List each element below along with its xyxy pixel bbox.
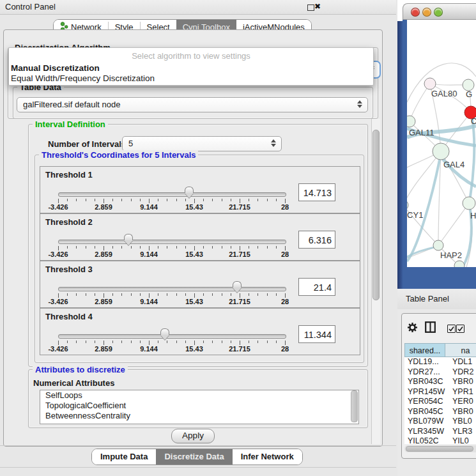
slider-scale-label: 28 (281, 298, 289, 305)
slider-tick (131, 341, 132, 343)
table-horizontal-scrollbar[interactable] (404, 445, 476, 452)
table-row[interactable]: YIL052CYIL0 (404, 436, 476, 444)
network-window-titlebar[interactable] (403, 3, 476, 20)
slider-scale-labels: -3.4262.8599.14415.4321.71528 (49, 250, 295, 258)
network-edge[interactable] (410, 84, 430, 121)
slider-tick (222, 293, 222, 296)
attribute-item[interactable]: TopologicalCoefficient (40, 401, 358, 411)
checkbox-icon[interactable] (447, 325, 456, 333)
slider-scale-label: 2.859 (95, 345, 112, 353)
slider-track[interactable] (58, 240, 286, 244)
column-header-name[interactable]: na (445, 343, 476, 357)
slider-track[interactable] (58, 287, 286, 291)
apply-button[interactable]: Apply (171, 429, 215, 443)
spinner-down-icon[interactable] (271, 144, 276, 147)
slider-tick (76, 246, 77, 249)
table-row[interactable]: YDR27...YDR2 (404, 367, 476, 378)
column-header-shared-name[interactable]: shared... (404, 343, 445, 357)
table-row[interactable]: YBR043CYBR0 (404, 377, 476, 387)
table-row[interactable]: YBL079WYBL0 (404, 417, 476, 427)
slider-tick (158, 293, 158, 296)
threshold-value-field[interactable]: 6.316 (298, 231, 335, 249)
network-edge[interactable] (438, 203, 469, 245)
slider-scale-label: 9.144 (140, 345, 158, 353)
table-data-combobox[interactable]: galFiltered.sif default node (17, 97, 368, 112)
slider-tick (76, 199, 77, 201)
gear-icon[interactable] (407, 322, 418, 335)
network-node-H[interactable] (463, 197, 475, 210)
numerical-attributes-list[interactable]: SelfLoopsTopologicalCoefficientBetweenne… (40, 390, 359, 424)
slider-tick (67, 199, 68, 201)
slider-scale-label: 15.43 (185, 298, 203, 305)
network-view-canvas[interactable]: GAL80GCGAL11GAL4GCY1HHAP2 (407, 20, 476, 267)
table-row[interactable]: YDL19...YDL1 (404, 357, 476, 367)
slider-thumb[interactable] (233, 281, 242, 293)
close-panel-icon[interactable]: ✖ (314, 2, 321, 11)
table-header-row: shared... na (404, 343, 476, 357)
attribute-item[interactable]: BetweennessCentrality (40, 411, 358, 421)
threshold-value-field[interactable]: 21.4 (298, 278, 335, 296)
network-node-HAP2[interactable] (433, 240, 443, 250)
threshold-4-box: Threshold 4-3.4262.8599.14415.4321.71528… (40, 308, 360, 355)
table-row[interactable]: YBR045CYBR0 (404, 407, 476, 417)
table-row[interactable]: YER054CYER0 (404, 397, 476, 407)
slider-tick (276, 341, 277, 343)
network-node-GAL11[interactable] (407, 116, 415, 127)
dropdown-option-manual[interactable]: Manual Discretization (11, 63, 100, 73)
slider-tick (176, 341, 177, 343)
attribute-item[interactable]: SelfLoops (40, 390, 358, 401)
slider-thumb[interactable] (124, 234, 133, 245)
network-node-node-edge[interactable] (454, 261, 464, 267)
threshold-value-field[interactable]: 14.713 (298, 183, 335, 201)
content-scrollbar-thumb[interactable] (372, 130, 380, 300)
zoom-window-icon[interactable] (434, 8, 443, 17)
float-panel-icon[interactable] (307, 4, 314, 11)
close-window-icon[interactable] (411, 8, 420, 17)
slider-tick (131, 246, 132, 249)
slider-tick (231, 341, 231, 343)
slider-thumb[interactable] (160, 328, 169, 340)
threshold-label: Threshold 1 (45, 170, 93, 180)
spinner-down-icon[interactable] (357, 105, 362, 108)
network-node-GAL80[interactable] (424, 78, 436, 89)
attributes-list-scrollbar[interactable] (351, 390, 358, 422)
slider-tick (76, 341, 77, 343)
network-edge-thick[interactable] (407, 247, 434, 257)
number-of-intervals-label: Number of Intervals (48, 139, 126, 149)
slider-track[interactable] (58, 334, 286, 339)
slider-tick (240, 341, 240, 345)
tab-infer-network[interactable]: Infer Network (233, 449, 302, 464)
thresholds-group-title: Threshold's Coordinates for 5 Intervals (39, 150, 198, 160)
network-node-label: GAL80 (431, 89, 457, 98)
slider-tick (267, 293, 268, 296)
network-node-GAL4[interactable] (433, 143, 449, 160)
slider-tick (112, 341, 113, 343)
slider-tick (176, 199, 177, 201)
slider-tick (86, 341, 86, 343)
slider-tick (149, 246, 150, 250)
slider-thumb[interactable] (185, 187, 194, 198)
slider-scale-label: -3.426 (48, 203, 68, 211)
tab-impute-data[interactable]: Impute Data (92, 449, 156, 464)
network-node-label: HAP2 (440, 250, 462, 260)
table-horizontal-scrollbar-thumb[interactable] (406, 446, 473, 452)
table-body[interactable]: YDL19...YDL1YDR27...YDR2YBR043CYBR0YPR14… (404, 357, 476, 444)
spinner-up-icon[interactable] (357, 100, 362, 104)
spinner-up-icon[interactable] (271, 139, 276, 142)
network-node-label: GCY1 (407, 210, 423, 220)
threshold-value-field[interactable]: 11.344 (298, 325, 335, 343)
number-of-intervals-spinner[interactable]: 5 (122, 136, 282, 151)
slider-tick (140, 199, 141, 201)
slider-tick (222, 341, 222, 343)
network-node-GCY1[interactable] (407, 200, 408, 210)
tab-discretize-data[interactable]: Discretize Data (156, 449, 232, 464)
table-row[interactable]: YLR345WYLR3 (404, 427, 476, 437)
checkbox-icon[interactable] (456, 325, 464, 333)
slider-scale-label: 21.715 (229, 203, 250, 211)
dropdown-option-equal-width[interactable]: Equal Width/Frequency Discretization (11, 73, 155, 83)
number-of-intervals-value: 5 (128, 139, 133, 148)
columns-icon[interactable] (425, 321, 436, 335)
minimize-window-icon[interactable] (422, 8, 431, 17)
table-row[interactable]: YPR145WYPR1 (404, 387, 476, 397)
slider-track[interactable] (58, 192, 286, 197)
